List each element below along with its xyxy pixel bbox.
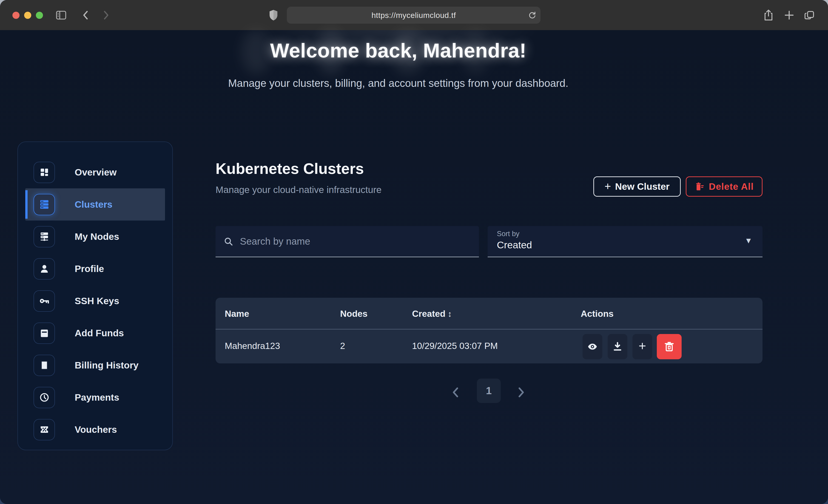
trash-icon <box>664 341 675 352</box>
welcome-subtitle: Manage your clusters, billing, and accou… <box>0 77 796 89</box>
sidebar-toggle-icon[interactable] <box>55 9 67 21</box>
clock-icon <box>34 387 55 408</box>
search-icon <box>223 237 234 247</box>
view-cluster-button[interactable] <box>583 334 602 359</box>
sort-updown-icon: ↕ <box>448 309 452 319</box>
column-header-actions: Actions <box>581 309 614 319</box>
url-text: https://myceliumcloud.tf <box>371 11 456 20</box>
sidebar-item-label: Overview <box>75 167 117 178</box>
search-input[interactable] <box>240 236 471 247</box>
reload-icon[interactable] <box>527 10 537 20</box>
download-kubeconfig-button[interactable] <box>608 334 627 359</box>
privacy-shield-icon[interactable] <box>267 9 280 21</box>
new-cluster-label: New Cluster <box>615 181 670 192</box>
next-page-button[interactable] <box>514 384 528 401</box>
tab-overview-icon[interactable] <box>803 9 815 21</box>
sort-selected-value: Created <box>497 239 532 251</box>
cell-created-date: 10/29/2025 03:07 PM <box>412 341 498 351</box>
trash-sweep-icon <box>695 181 705 192</box>
ticket-percent-icon <box>34 419 55 440</box>
sidebar-item-payments[interactable]: Payments <box>25 381 165 414</box>
node-network-icon <box>34 226 55 247</box>
receipt-icon <box>34 355 55 376</box>
sort-dropdown[interactable]: Sort by Created ▼ <box>488 226 762 257</box>
sidebar-item-profile[interactable]: Profile <box>25 253 165 285</box>
close-window-button[interactable] <box>12 12 19 19</box>
cell-node-count: 2 <box>340 341 345 351</box>
sidebar-item-label: Profile <box>75 263 104 274</box>
sidebar-nav: Overview Clusters <box>17 141 173 450</box>
new-cluster-button[interactable]: + New Cluster <box>593 176 681 197</box>
browser-toolbar: https://myceliumcloud.tf <box>0 0 828 30</box>
delete-cluster-button[interactable] <box>657 334 681 359</box>
sidebar-item-label: My Nodes <box>75 231 119 242</box>
page-title: Kubernetes Clusters <box>215 160 364 177</box>
chevron-right-icon <box>516 386 526 398</box>
sidebar-item-label: SSH Keys <box>75 296 119 306</box>
download-icon <box>612 341 623 352</box>
previous-page-button[interactable] <box>449 384 462 401</box>
sidebar-item-label: Clusters <box>75 199 112 210</box>
sidebar-item-overview[interactable]: Overview <box>25 156 165 188</box>
sidebar-item-billing-history[interactable]: Billing History <box>25 349 165 381</box>
server-stack-icon <box>34 194 55 215</box>
chevron-down-icon: ▼ <box>745 236 752 245</box>
search-field[interactable] <box>215 226 479 257</box>
wallet-icon <box>34 323 55 344</box>
sidebar-item-my-nodes[interactable]: My Nodes <box>25 220 165 253</box>
address-bar[interactable]: https://myceliumcloud.tf <box>287 7 540 24</box>
welcome-title: Welcome back, Mahendra! <box>0 39 796 62</box>
share-icon[interactable] <box>762 9 775 21</box>
delete-all-label: Delete All <box>709 181 753 192</box>
sidebar-item-ssh-keys[interactable]: SSH Keys <box>25 285 165 317</box>
dashboard-page: Welcome back, Mahendra! Manage your clus… <box>0 30 828 504</box>
add-node-button[interactable]: + <box>632 334 652 359</box>
user-icon <box>34 258 55 280</box>
forward-button[interactable] <box>100 9 112 21</box>
plus-icon: + <box>638 339 646 352</box>
browser-window: https://myceliumcloud.tf <box>0 0 828 504</box>
sidebar-item-label: Payments <box>75 392 119 403</box>
key-icon <box>34 290 55 312</box>
new-tab-icon[interactable] <box>783 9 795 21</box>
zoom-window-button[interactable] <box>36 12 43 19</box>
dashboard-icon <box>34 162 55 183</box>
sidebar-item-add-funds[interactable]: Add Funds <box>25 317 165 349</box>
clusters-table: Name Nodes Created↕ Actions Mahendra123 … <box>215 298 762 364</box>
sidebar-item-label: Vouchers <box>75 424 117 435</box>
sort-by-label: Sort by <box>497 230 520 238</box>
sidebar-item-label: Add Funds <box>75 328 124 339</box>
sidebar-item-vouchers[interactable]: Vouchers <box>25 414 165 446</box>
hero-section: Welcome back, Mahendra! Manage your clus… <box>0 30 796 89</box>
table-row: Mahendra123 2 10/29/2025 03:07 PM <box>215 330 762 364</box>
minimize-window-button[interactable] <box>24 12 31 19</box>
plus-icon: + <box>605 180 611 193</box>
page-subtitle: Manage your cloud-native infrastructure <box>215 184 381 195</box>
page-number-button[interactable]: 1 <box>477 379 501 403</box>
back-button[interactable] <box>80 9 91 21</box>
created-header-label: Created <box>412 309 445 319</box>
table-header: Name Nodes Created↕ Actions <box>215 298 762 329</box>
column-header-created[interactable]: Created↕ <box>412 309 452 319</box>
column-header-nodes: Nodes <box>340 309 368 319</box>
sidebar-item-clusters[interactable]: Clusters <box>25 188 165 220</box>
chevron-left-icon <box>451 386 460 398</box>
cell-cluster-name: Mahendra123 <box>225 341 280 351</box>
eye-icon <box>587 341 598 352</box>
delete-all-button[interactable]: Delete All <box>686 176 762 197</box>
column-header-name: Name <box>225 309 249 319</box>
sidebar-item-label: Billing History <box>75 360 138 371</box>
